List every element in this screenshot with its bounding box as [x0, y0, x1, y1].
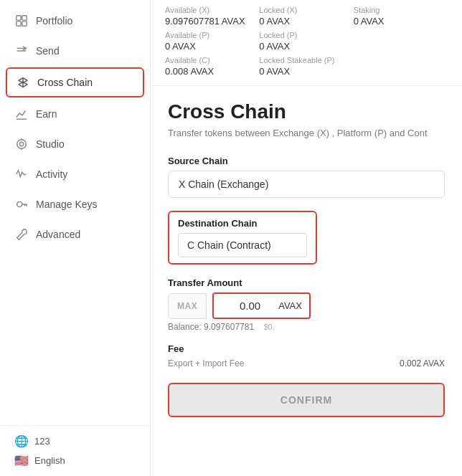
destination-chain-label: Destination Chain [178, 218, 307, 229]
balance-value-avail-x: 9.097607781 AVAX [165, 16, 259, 27]
balance-col-1: Available (X) 9.097607781 AVAX Available… [165, 6, 259, 77]
chart-icon [14, 107, 29, 121]
source-chain-section: Source Chain [168, 156, 445, 198]
language-label: English [34, 455, 65, 466]
sidebar-item-label: Cross Chain [37, 77, 93, 88]
svg-rect-0 [16, 16, 21, 20]
svg-point-11 [17, 140, 27, 149]
sidebar-item-label: Activity [36, 168, 67, 180]
balance-label-staking: Staking [354, 6, 448, 14]
balance-label-locked-x: Locked (X) [259, 6, 353, 14]
user-item[interactable]: 🌐 123 [14, 434, 136, 448]
source-chain-label: Source Chain [168, 156, 445, 166]
page-title: Cross Chain [168, 100, 445, 123]
sidebar-item-activity[interactable]: Activity [0, 159, 150, 189]
sidebar-item-earn[interactable]: Earn [0, 99, 150, 129]
svg-rect-1 [22, 16, 27, 20]
page-content: Cross Chain Transfer tokens between Exch… [151, 86, 462, 432]
studio-icon [14, 137, 29, 151]
sidebar-item-portfolio[interactable]: Portfolio [0, 6, 150, 36]
sidebar-item-label: Send [36, 45, 60, 57]
amount-row: MAX AVAX [168, 292, 445, 319]
sidebar-item-label: Portfolio [36, 15, 72, 27]
balance-value-locked-x: 0 AVAX [259, 16, 353, 27]
fee-label: Fee [168, 343, 445, 354]
fee-description: Export + Import Fee [168, 358, 244, 368]
balance-col-2: Locked (X) 0 AVAX Locked (P) 0 AVAX Lock… [259, 6, 353, 77]
send-icon [14, 44, 29, 58]
svg-point-14 [17, 201, 22, 206]
amount-input[interactable] [214, 294, 278, 318]
sidebar-item-label: Advanced [36, 229, 80, 240]
sidebar-item-label: Manage Keys [36, 199, 98, 210]
svg-rect-3 [22, 22, 27, 26]
amount-unit: AVAX [278, 300, 309, 311]
transfer-amount-section: Transfer Amount MAX AVAX Balance: 9.0976… [168, 277, 445, 332]
fee-row: Export + Import Fee 0.002 AVAX [168, 358, 445, 368]
amount-input-wrapper: AVAX [212, 292, 311, 319]
balance-label-locked-p: Locked (P) [259, 31, 353, 39]
svg-point-10 [19, 142, 23, 146]
destination-chain-box: Destination Chain C Chain (Contract) [168, 211, 317, 265]
balance-label-avail-c: Available (C) [165, 56, 259, 65]
sidebar-item-cross-chain[interactable]: Cross Chain [6, 67, 144, 97]
balance-value-avail-p: 0 AVAX [165, 41, 259, 52]
balance-label-avail-x: Available (X) [165, 6, 259, 14]
sidebar-item-send[interactable]: Send [0, 36, 150, 66]
language-item[interactable]: 🇺🇸 English [14, 454, 136, 467]
main-content: Available (X) 9.097607781 AVAX Available… [151, 0, 462, 476]
sidebar-footer: 🌐 123 🇺🇸 English [0, 425, 150, 476]
max-button[interactable]: MAX [168, 293, 207, 319]
sidebar-item-manage-keys[interactable]: Manage Keys [0, 189, 150, 219]
keys-icon [14, 197, 29, 211]
grid-icon [14, 14, 29, 28]
destination-chain-value[interactable]: C Chain (Contract) [178, 233, 307, 257]
balance-label-avail-p: Available (P) [165, 31, 259, 39]
confirm-button[interactable]: CONFIRM [168, 383, 445, 417]
flag-icon: 🇺🇸 [14, 454, 29, 467]
balance-bar: Available (X) 9.097607781 AVAX Available… [151, 0, 462, 86]
user-label: 123 [34, 436, 50, 447]
balance-value-staking: 0 AVAX [354, 16, 448, 27]
globe-icon: 🌐 [14, 434, 29, 448]
balance-value-locked-p: 0 AVAX [259, 41, 353, 52]
transfer-amount-label: Transfer Amount [168, 277, 445, 288]
svg-rect-2 [16, 22, 21, 26]
sidebar-item-label: Earn [36, 108, 57, 120]
sidebar-item-label: Studio [36, 138, 65, 150]
page-subtitle: Transfer tokens between Exchange (X) , P… [168, 128, 445, 138]
sidebar-item-studio[interactable]: Studio [0, 129, 150, 159]
balance-col-3: Staking 0 AVAX [354, 6, 448, 77]
sidebar-item-advanced[interactable]: Advanced [0, 219, 150, 249]
fee-value: 0.002 AVAX [400, 358, 445, 368]
balance-hint: Balance: 9.097607781 $0. [168, 322, 445, 332]
balance-label-locked-stakeable: Locked Stakeable (P) [259, 56, 353, 65]
source-chain-input[interactable] [168, 171, 445, 198]
sidebar-nav: Portfolio Send [0, 0, 150, 425]
sidebar: Portfolio Send [0, 0, 151, 476]
balance-value-locked-stakeable: 0 AVAX [259, 66, 353, 77]
activity-icon [14, 167, 29, 181]
wrench-icon [14, 227, 29, 242]
balance-value-avail-c: 0.008 AVAX [165, 66, 259, 77]
crosschain-icon [16, 75, 30, 90]
fee-section: Fee Export + Import Fee 0.002 AVAX [168, 343, 445, 368]
